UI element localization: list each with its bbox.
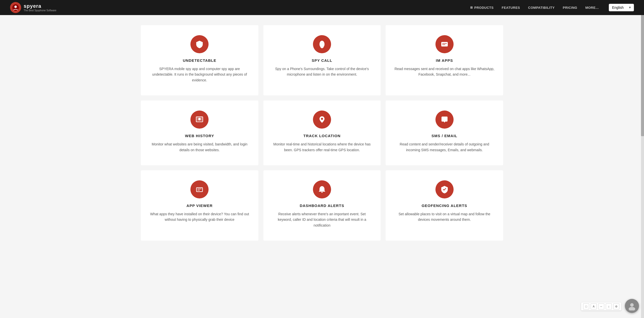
feature-card-im-apps: IM APPS Read messages sent and received … xyxy=(386,25,503,95)
svg-point-1 xyxy=(14,6,17,8)
track-location-icon xyxy=(313,111,331,129)
app-viewer-title: APP VIEWER xyxy=(186,203,213,208)
geofencing-alerts-desc: Set allowable places to visit on a virtu… xyxy=(393,211,496,223)
toolbar-btn-4[interactable]: ↕ xyxy=(606,303,612,309)
language-select[interactable]: English Español Français Deutsch Italian… xyxy=(609,4,634,11)
web-history-icon xyxy=(190,111,209,129)
svg-point-10 xyxy=(198,118,201,120)
web-history-title: WEB HISTORY xyxy=(185,134,214,138)
feature-card-undetectable: UNDETECTABLE SPYERA mobile spy app and c… xyxy=(141,25,258,95)
svg-point-2 xyxy=(319,41,325,48)
undetectable-desc: SPYERA mobile spy app and computer spy a… xyxy=(148,66,251,83)
logo-name: spyera xyxy=(24,3,56,9)
dashboard-alerts-title: DASHBOARD ALERTS xyxy=(300,203,344,208)
nav-compatibility[interactable]: COMPATIBILITY xyxy=(528,6,555,10)
sms-email-icon xyxy=(435,111,454,129)
feature-card-dashboard-alerts: DASHBOARD ALERTS Receive alerts whenever… xyxy=(263,170,381,241)
feature-card-app-viewer: APP VIEWER What apps they have installed… xyxy=(141,170,258,241)
spy-call-desc: Spy on a Phone's Surroundings. Take cont… xyxy=(271,66,373,77)
grid-icon: ⊞ xyxy=(470,6,473,9)
svg-point-16 xyxy=(630,303,634,307)
svg-rect-5 xyxy=(441,42,448,46)
svg-point-17 xyxy=(629,307,635,310)
floating-toolbar: □ A ↔ ↕ ⚙ xyxy=(581,302,621,310)
nav-more[interactable]: MORE... xyxy=(585,6,599,10)
svg-rect-12 xyxy=(196,188,203,192)
nav-pricing[interactable]: PRICING xyxy=(563,6,577,10)
svg-rect-4 xyxy=(321,48,323,48)
nav-links: ⊞ PRODUCTS FEATURES COMPATIBILITY PRICIN… xyxy=(470,6,599,10)
logo-subtitle: The Best Spyphone Software xyxy=(24,9,56,12)
dashboard-alerts-desc: Receive alerts whenever there's an impor… xyxy=(271,211,373,228)
web-history-desc: Monitor what websites are being visited,… xyxy=(148,141,251,153)
toolbar-btn-1[interactable]: □ xyxy=(583,303,589,309)
feature-card-spy-call: SPY CALL Spy on a Phone's Surroundings. … xyxy=(263,25,381,95)
feature-card-geofencing-alerts: GEOFENCING ALERTS Set allowable places t… xyxy=(386,170,503,241)
scrollbar[interactable] xyxy=(641,15,644,318)
sms-email-desc: Read content and sender/receiver details… xyxy=(393,141,496,153)
feature-card-web-history: WEB HISTORY Monitor what websites are be… xyxy=(141,100,258,165)
dashboard-alerts-icon xyxy=(313,180,331,198)
navbar: spyera The Best Spyphone Software ⊞ PROD… xyxy=(0,0,644,15)
logo-text: spyera The Best Spyphone Software xyxy=(24,3,56,12)
app-viewer-icon xyxy=(190,180,209,198)
toolbar-btn-5[interactable]: ⚙ xyxy=(613,303,619,309)
track-location-title: TRACK LOCATION xyxy=(303,134,341,138)
main-content: UNDETECTABLE SPYERA mobile spy app and c… xyxy=(0,0,644,318)
toolbar-btn-3[interactable]: ↔ xyxy=(598,303,604,309)
chat-avatar[interactable] xyxy=(625,299,639,313)
track-location-desc: Monitor real-time and historical locatio… xyxy=(271,141,373,153)
language-selector-wrapper: English Español Français Deutsch Italian… xyxy=(599,4,634,11)
spy-call-title: SPY CALL xyxy=(312,58,332,63)
nav-features[interactable]: FEATURES xyxy=(502,6,520,10)
svg-rect-15 xyxy=(321,192,323,193)
logo: spyera The Best Spyphone Software xyxy=(10,2,56,13)
im-apps-title: IM APPS xyxy=(436,58,453,63)
app-viewer-desc: What apps they have installed on their d… xyxy=(148,211,251,223)
feature-card-sms-email: SMS / EMAIL Read content and sender/rece… xyxy=(386,100,503,165)
geofencing-alerts-icon xyxy=(435,180,454,198)
geofencing-alerts-title: GEOFENCING ALERTS xyxy=(422,203,467,208)
sms-email-title: SMS / EMAIL xyxy=(431,134,457,138)
undetectable-icon xyxy=(190,35,209,53)
undetectable-title: UNDETECTABLE xyxy=(183,58,216,63)
svg-rect-3 xyxy=(320,47,324,48)
scrollbar-thumb[interactable] xyxy=(641,15,644,136)
logo-icon xyxy=(10,2,21,13)
im-apps-desc: Read messages sent and received on chat … xyxy=(393,66,496,77)
nav-products[interactable]: ⊞ PRODUCTS xyxy=(470,6,494,10)
spy-call-icon xyxy=(313,35,331,53)
toolbar-btn-2[interactable]: A xyxy=(591,303,597,309)
feature-card-track-location: TRACK LOCATION Monitor real-time and his… xyxy=(263,100,381,165)
svg-point-11 xyxy=(321,118,323,120)
feature-grid: UNDETECTABLE SPYERA mobile spy app and c… xyxy=(126,18,518,248)
im-apps-icon xyxy=(435,35,454,53)
